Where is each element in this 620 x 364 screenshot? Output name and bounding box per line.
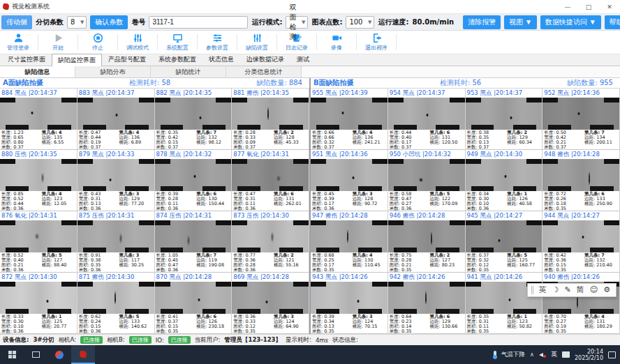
defect-info: 长度: 0.36宽度: 0.33面积: 0.12米数: 0.35第几条: 3边距… bbox=[232, 314, 309, 333]
admin-login-button[interactable]: 管理登录 bbox=[0, 31, 36, 54]
defect-mark bbox=[186, 235, 190, 246]
app-title: 视觉检测系统 bbox=[12, 2, 50, 11]
ime-english-mode[interactable]: 英 bbox=[539, 285, 547, 295]
defect-cell[interactable]: 875 压伤 |20:14:31长度: 0.91宽度: 0.38面积: 0.35… bbox=[78, 211, 155, 273]
ime-tray-icon[interactable] bbox=[562, 351, 570, 358]
defect-cell[interactable]: 945 黑点 |20:14:27长度: 0.37宽度: 0.32面积: 0.12… bbox=[466, 211, 543, 273]
debug-mode-button[interactable]: 调试模式 bbox=[119, 31, 156, 54]
debug-sliders-icon bbox=[133, 33, 143, 43]
log-record-button[interactable]: 日志记录 bbox=[279, 31, 315, 54]
drive-side-button[interactable]: 传动侧 bbox=[1, 15, 32, 29]
defect-cell[interactable]: 954 黑点 |20:14:37长度: 0.44宽度: 0.40面积: 0.17… bbox=[388, 89, 466, 150]
weather-text[interactable]: 气温下降 bbox=[501, 351, 525, 359]
recording-button[interactable]: 录像 bbox=[318, 31, 355, 54]
defect-cell-header: 882 黑点 |20:14:35 bbox=[155, 89, 232, 98]
tab-status-info[interactable]: 状态信息 bbox=[202, 53, 240, 66]
defect-cell[interactable]: 883 黑点 |20:14:37长度: 0.47宽度: 0.44面积: 0.19… bbox=[78, 89, 155, 150]
defect-cell[interactable]: 881 擦伤 |20:14:35长度: 0.28宽度: 0.33面积: 0.09… bbox=[232, 89, 309, 150]
clear-alarm-button[interactable]: 清除报警 bbox=[463, 15, 501, 29]
close-icon[interactable]: ✕ bbox=[599, 1, 620, 13]
defect-cell[interactable]: 943 黑点 |20:14:26长度: 0.39宽度: 0.34面积: 0.13… bbox=[311, 273, 388, 334]
defect-cell[interactable]: 941 黑点 |20:14:26长度: 0.35宽度: 0.31面积: 0.11… bbox=[466, 273, 543, 334]
roll-number-input[interactable] bbox=[149, 16, 248, 29]
defect-cell[interactable]: 880 压伤 |20:14:35长度: 0.85宽度: 0.52面积: 0.44… bbox=[0, 150, 78, 211]
taskbar-clock[interactable]: 20:14 2025/2/10 bbox=[575, 349, 603, 361]
subtab-defect-info[interactable]: 缺陷信息 bbox=[0, 66, 75, 77]
film-edge-band bbox=[311, 248, 388, 252]
chart-points-select[interactable]: 100 ▼ bbox=[346, 16, 374, 29]
ime-pen-input-icon[interactable]: ✎ bbox=[564, 285, 570, 295]
defect-cell[interactable]: 950 小凹坑 |20:14:32长度: 0.58宽度: 0.47面积: 0.2… bbox=[388, 150, 466, 211]
tab-system-param-config[interactable]: 系统参数配置 bbox=[152, 53, 202, 66]
taskbar-app-browser[interactable] bbox=[47, 345, 71, 364]
defect-mark bbox=[509, 298, 511, 301]
start-button[interactable]: 开始 bbox=[40, 31, 76, 54]
system-config-button[interactable]: 系统配置 bbox=[159, 31, 195, 54]
defect-info: 长度: 0.70宽度: 0.27面积: 0.19米数: 0.35第几条: 4边距… bbox=[542, 314, 619, 333]
defect-settings-button[interactable]: 缺陷设置 bbox=[239, 31, 275, 54]
defect-cell[interactable]: 884 黑点 |20:14:37长度: 1.23宽度: 0.65面积: 0.80… bbox=[0, 89, 78, 150]
defect-cell[interactable]: 873 压伤 |20:14:30长度: 0.77宽度: 0.36面积: 0.28… bbox=[232, 211, 309, 273]
subtab-class-info-statistics[interactable]: 分类信息统计 bbox=[226, 66, 302, 77]
parameter-settings-button[interactable]: 参数设置 bbox=[199, 31, 235, 54]
subtab-defect-statistics[interactable]: 缺陷统计 bbox=[151, 66, 226, 77]
defect-cell[interactable]: 882 黑点 |20:14:35长度: 0.35宽度: 0.42面积: 0.15… bbox=[155, 89, 232, 150]
tab-defect-monitor[interactable]: 缺陷监控界面 bbox=[52, 54, 102, 66]
task-view-button[interactable] bbox=[24, 345, 47, 364]
defect-cell[interactable]: 870 黑点 |20:14:28长度: 0.41宽度: 0.37面积: 0.15… bbox=[155, 273, 232, 334]
notification-center-icon[interactable] bbox=[608, 351, 616, 358]
defect-cell[interactable]: 879 黑点 |20:14:33长度: 0.43宽度: 0.31面积: 0.13… bbox=[78, 150, 155, 211]
subtab-defect-distribution[interactable]: 缺陷分布 bbox=[75, 66, 151, 77]
defect-cell[interactable]: 940 擦伤 |20:14:26长度: 0.70宽度: 0.27面积: 0.19… bbox=[542, 273, 620, 334]
film-edge-band bbox=[78, 248, 154, 252]
ime-night-mode-icon[interactable]: ☽ bbox=[552, 285, 559, 295]
defect-cell[interactable]: 953 黑点 |20:14:37长度: 0.38宽度: 0.35面积: 0.13… bbox=[466, 89, 543, 150]
defect-cell[interactable]: 878 黑点 |20:14:32长度: 0.39宽度: 0.28面积: 0.11… bbox=[155, 150, 232, 211]
tab-product-model-config[interactable]: 产品型号配置 bbox=[102, 53, 152, 66]
tray-expand-icon[interactable]: ∧ bbox=[530, 351, 534, 358]
stop-button[interactable]: 停止 bbox=[80, 31, 116, 54]
ime-simplified-chinese[interactable]: 简 bbox=[577, 285, 584, 295]
defect-info: 长度: 0.34宽度: 0.30面积: 0.10米数: 0.36第几条: 1边距… bbox=[466, 191, 542, 211]
defect-cell[interactable]: 946 擦伤 |20:14:28长度: 0.75宽度: 0.28面积: 0.21… bbox=[388, 211, 466, 273]
quick-access-menu-button[interactable]: 数据快捷访问 ▼ bbox=[540, 15, 601, 29]
defect-cell[interactable]: 944 黑点 |20:14:27长度: 0.42宽度: 0.36面积: 0.15… bbox=[542, 211, 620, 273]
defect-cell[interactable]: 871 擦伤 |20:14:30长度: 0.62宽度: 0.24面积: 0.15… bbox=[78, 273, 155, 334]
defect-cell[interactable]: 952 黑点 |20:14:36长度: 0.50宽度: 0.42面积: 0.21… bbox=[542, 89, 620, 150]
defect-cell[interactable]: 874 压伤 |20:14:31长度: 1.05宽度: 0.45面积: 0.47… bbox=[155, 211, 232, 273]
defect-cell[interactable]: 949 黑点 |20:14:30长度: 0.34宽度: 0.30面积: 0.10… bbox=[466, 150, 543, 211]
ime-drag-handle[interactable] bbox=[531, 286, 533, 294]
start-menu-button[interactable] bbox=[0, 345, 24, 364]
tab-size-monitor[interactable]: 尺寸监控界面 bbox=[1, 53, 52, 66]
input-language-indicator[interactable]: 英 bbox=[551, 350, 557, 359]
defect-cell[interactable]: 947 擦伤 |20:14:28长度: 0.68宽度: 0.25面积: 0.17… bbox=[311, 211, 388, 273]
ime-settings-icon[interactable]: ⚙ bbox=[603, 285, 610, 295]
taskbar-app-inspection[interactable] bbox=[71, 345, 95, 364]
film-edge-band bbox=[0, 220, 77, 225]
maximize-icon[interactable]: □ bbox=[578, 1, 599, 13]
exit-program-button[interactable]: 退出程序 bbox=[358, 31, 394, 54]
defect-cell[interactable]: 942 擦伤 |20:14:26长度: 0.64宽度: 0.23面积: 0.14… bbox=[388, 273, 466, 334]
defect-cell[interactable]: 948 擦伤 |20:14:28长度: 0.72宽度: 0.26面积: 0.18… bbox=[542, 150, 620, 211]
view-menu-button[interactable]: 视图 ▼ bbox=[504, 15, 537, 29]
ime-emoji-icon[interactable]: ☺ bbox=[590, 285, 598, 295]
run-mode-select[interactable]: 双面检测 ▼ bbox=[286, 16, 308, 29]
tab-test[interactable]: 测试 bbox=[290, 53, 316, 66]
defect-cell[interactable]: 877 氧化 |20:14:31长度: 0.47宽度: 0.31面积: 0.11… bbox=[232, 150, 309, 211]
help-menu-button[interactable]: 帮助 ▼ bbox=[605, 15, 620, 29]
defect-cell[interactable]: 876 氧化 |20:14:31长度: 0.52宽度: 0.40面积: 0.21… bbox=[0, 211, 78, 273]
defect-cell[interactable]: 872 黑点 |20:14:30长度: 0.33宽度: 0.30面积: 0.10… bbox=[0, 273, 78, 334]
confirm-count-button[interactable]: 确认条数 bbox=[90, 15, 128, 29]
slit-count-select[interactable]: 8 ▼ bbox=[67, 16, 87, 29]
tab-edge-data-record[interactable]: 边缘数据记录 bbox=[240, 53, 290, 66]
minimize-icon[interactable]: — bbox=[557, 1, 578, 13]
defect-mark bbox=[342, 112, 344, 114]
defect-cell[interactable]: 955 黑点 |20:14:39长度: 0.66宽度: 0.66面积: 0.32… bbox=[311, 89, 388, 150]
defect-mark bbox=[347, 229, 348, 243]
defect-cell[interactable]: 951 黑点 |20:14:36长度: 0.45宽度: 0.39面积: 0.17… bbox=[311, 150, 388, 211]
defect-info: 长度: 0.85宽度: 0.52面积: 0.44米数: 0.36第几条: 4边距… bbox=[0, 191, 77, 211]
defect-info: 长度: 0.28宽度: 0.33面积: 0.09米数: 0.37第几条: 2边距… bbox=[232, 130, 309, 149]
speaker-icon[interactable] bbox=[539, 351, 546, 358]
defect-cell[interactable]: 869 黑点 |20:14:28长度: 0.36宽度: 0.33面积: 0.12… bbox=[232, 273, 309, 334]
film-edge-band bbox=[542, 98, 619, 103]
